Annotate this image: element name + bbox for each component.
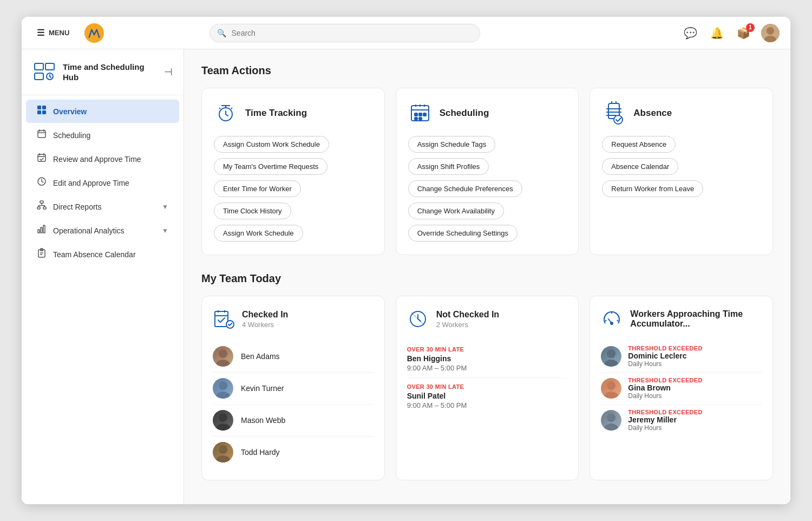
sidebar-item-scheduling[interactable]: Scheduling (26, 123, 179, 147)
checked-in-card: Checked In 4 Workers Ben Adams (201, 296, 385, 480)
assign-shift-profiles-btn[interactable]: Assign Shift Profiles (408, 158, 489, 175)
time-accumulator-header: Workers Approaching Time Accumulator... (601, 308, 762, 330)
time-accumulator-title-wrap: Workers Approaching Time Accumulator... (630, 309, 762, 329)
svg-point-35 (216, 392, 230, 399)
hub-title: Time and Scheduling Hub (63, 62, 158, 83)
svg-point-44 (607, 381, 615, 390)
sidebar-collapse-button[interactable]: ⊣ (164, 66, 173, 78)
sidebar: Time and Scheduling Hub ⊣ Overview (22, 49, 184, 504)
sidebar-item-team-absence[interactable]: Team Absence Calendar (26, 243, 179, 266)
header: ☰ MENU 🔍 💬 🔔 📦 1 (22, 17, 790, 49)
calendar-icon (37, 129, 47, 141)
threshold-exceeded: THRESHOLD EXCEEDED (628, 409, 762, 415)
sidebar-hub: Time and Scheduling Hub ⊣ (22, 60, 184, 95)
svg-point-39 (216, 455, 230, 463)
scheduling-card-header: Scheduling (408, 101, 567, 125)
svg-rect-8 (42, 106, 46, 109)
svg-rect-3 (35, 63, 43, 70)
checked-in-title: Checked In (242, 310, 288, 320)
header-actions: 💬 🔔 📦 1 (682, 24, 780, 42)
scheduling-card: Scheduling Assign Schedule Tags Assign S… (396, 88, 579, 255)
svg-rect-16 (43, 207, 46, 209)
not-checked-name: Sunil Patel (407, 392, 568, 400)
svg-point-46 (607, 413, 615, 422)
threshold-row: THRESHOLD EXCEEDED Gina Brown Daily Hour… (601, 373, 762, 405)
sidebar-item-operational-analytics[interactable]: Operational Analytics ▼ (26, 219, 179, 242)
not-checked-in-subtitle: 2 Workers (436, 321, 499, 329)
request-absence-btn[interactable]: Request Absence (602, 136, 676, 153)
worker-avatar (213, 410, 233, 431)
worker-row: Todd Hardy (213, 437, 374, 468)
worker-avatar (213, 442, 233, 463)
time-clock-history-btn[interactable]: Time Clock History (214, 203, 291, 219)
sidebar-item-overview[interactable]: Overview (26, 100, 179, 123)
not-checked-in-icon (407, 308, 429, 330)
not-checked-time: 9:00 AM – 5:00 PM (407, 401, 568, 409)
svg-rect-5 (45, 63, 54, 70)
time-accumulator-card: Workers Approaching Time Accumulator... … (590, 296, 773, 480)
mail-button[interactable]: 📦 1 (735, 24, 752, 42)
main-content: Team Actions Time Tracking (184, 49, 790, 504)
absence-calendar-btn[interactable]: Absence Calendar (602, 158, 678, 175)
body-wrap: Time and Scheduling Hub ⊣ Overview (22, 49, 790, 504)
app-shell: ☰ MENU 🔍 💬 🔔 📦 1 (22, 17, 790, 504)
notifications-button[interactable]: 🔔 (708, 24, 726, 42)
return-worker-leave-btn[interactable]: Return Worker from Leave (602, 180, 703, 197)
worker-avatar (601, 378, 621, 399)
grid-icon (37, 105, 47, 118)
svg-rect-17 (38, 230, 40, 233)
worker-name: Mason Webb (241, 416, 285, 425)
time-accumulator-title: Workers Approaching Time Accumulator... (630, 309, 762, 329)
change-work-availability-btn[interactable]: Change Work Availability (408, 203, 504, 219)
search-input[interactable] (209, 24, 480, 42)
svg-rect-26 (415, 118, 417, 120)
sidebar-item-review-approve[interactable]: Review and Approve Time (26, 147, 179, 171)
late-badge: OVER 30 MIN LATE (407, 346, 568, 353)
overtime-requests-btn[interactable]: My Team's Overtime Requests (214, 158, 328, 175)
enter-time-worker-btn[interactable]: Enter Time for Worker (214, 180, 301, 197)
absence-card: Absence Request Absence Absence Calendar… (590, 88, 773, 255)
mail-badge: 1 (746, 23, 755, 32)
svg-rect-25 (423, 113, 426, 116)
threshold-type: Daily Hours (628, 360, 762, 368)
calendar-check-icon (37, 153, 47, 165)
worker-row: Ben Adams (213, 341, 374, 373)
svg-point-38 (219, 445, 227, 454)
time-tracking-card-header: Time Tracking (214, 101, 372, 125)
not-checked-row: OVER 30 MIN LATE Ben Higgins 9:00 AM – 5… (407, 341, 568, 378)
change-schedule-preferences-btn[interactable]: Change Schedule Preferences (408, 180, 522, 197)
time-tracking-icon (214, 101, 238, 125)
threshold-row: THRESHOLD EXCEEDED Jeremy Miller Daily H… (601, 405, 762, 436)
threshold-info: THRESHOLD EXCEEDED Dominic Leclerc Daily… (628, 345, 762, 368)
svg-point-34 (219, 381, 227, 390)
menu-button[interactable]: ☰ MENU (32, 25, 74, 40)
team-actions-title: Team Actions (201, 64, 773, 77)
svg-point-33 (216, 360, 230, 367)
clock-icon (37, 177, 47, 189)
time-tracking-buttons: Assign Custom Work Schedule My Team's Ov… (214, 136, 372, 242)
assign-schedule-tags-btn[interactable]: Assign Schedule Tags (408, 136, 496, 153)
menu-label: MENU (49, 29, 69, 37)
chevron-down-icon: ▼ (162, 203, 168, 211)
sidebar-item-direct-reports[interactable]: Direct Reports ▼ (26, 195, 179, 218)
svg-point-42 (607, 349, 615, 358)
checked-in-header: Checked In 4 Workers (213, 308, 374, 330)
checked-in-icon (213, 308, 234, 330)
assign-custom-work-schedule-btn[interactable]: Assign Custom Work Schedule (214, 136, 329, 153)
avatar[interactable] (761, 24, 780, 42)
hub-icon (32, 60, 56, 84)
chat-button[interactable]: 💬 (682, 24, 699, 42)
threshold-row: THRESHOLD EXCEEDED Dominic Leclerc Daily… (601, 341, 762, 373)
team-actions-cards: Time Tracking Assign Custom Work Schedul… (201, 88, 773, 255)
checked-in-subtitle: 4 Workers (242, 321, 288, 329)
not-checked-in-card: Not Checked In 2 Workers OVER 30 MIN LAT… (396, 296, 579, 480)
sidebar-item-edit-approve[interactable]: Edit and Approve Time (26, 171, 179, 194)
scheduling-buttons: Assign Schedule Tags Assign Shift Profil… (408, 136, 567, 242)
assign-work-schedule-btn[interactable]: Assign Work Schedule (214, 225, 303, 242)
sidebar-item-scheduling-label: Scheduling (53, 131, 90, 140)
speedometer-icon (601, 308, 623, 330)
threshold-worker-name: Dominic Leclerc (628, 351, 762, 360)
threshold-worker-name: Gina Brown (628, 383, 762, 392)
override-scheduling-settings-btn[interactable]: Override Scheduling Settings (408, 225, 518, 242)
not-checked-in-title-wrap: Not Checked In 2 Workers (436, 310, 499, 329)
